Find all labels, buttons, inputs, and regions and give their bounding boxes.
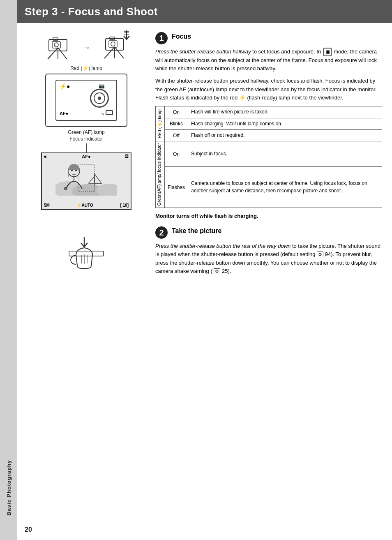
monitor-memory-icon: 🖫: [125, 154, 129, 159]
lens-inner-ring: [94, 92, 105, 104]
camera-on-tripod-icon: [42, 35, 74, 60]
monitor-megapixel: 5M: [44, 203, 50, 208]
svg-marker-23: [88, 176, 95, 183]
arrow-right-icon: →: [82, 42, 91, 53]
flash-symbol-label: ⚡: [83, 65, 89, 71]
red-lamp-label: Red (⚡) lamp: [25, 65, 148, 71]
svg-point-12: [111, 42, 115, 46]
table-row: Blinks Flash charging. Wait until lamp c…: [156, 118, 382, 129]
status-on-cell: On: [165, 106, 188, 118]
focus-indicator-label: Focus indicator: [25, 136, 148, 142]
desc-off-text: Flash off or not required.: [191, 132, 245, 138]
green-desc-flashes-text: Camera unable to focus on subject at cen…: [191, 180, 367, 193]
camera-mode-icon: ▣: [323, 48, 332, 56]
green-status-on-cell: On: [165, 141, 188, 167]
svg-marker-22: [95, 174, 101, 183]
table-row: Flashes Camera unable to focus on subjec…: [156, 167, 382, 208]
step1-number: 1: [155, 32, 168, 44]
green-status-on-label: On: [173, 151, 180, 157]
step2-italic: Press the shutter-release button the res…: [155, 243, 291, 249]
page-header: Step 3 - Focus and Shoot: [17, 0, 392, 23]
desc-on-text: Flash will fire when picture is taken.: [191, 109, 269, 115]
camera-shoot-diagram: [98, 35, 131, 60]
step1-paragraph2: With the shutter-release button pressed …: [155, 77, 382, 102]
green-status-flashes-label: Flashes: [168, 185, 185, 190]
page-number: 20: [25, 526, 32, 533]
status-blinks-label: Blinks: [170, 121, 183, 127]
status-off-cell: Off: [165, 130, 188, 141]
desc-on-cell: Flash will fire when picture is taken.: [188, 106, 382, 118]
desc-blinks-cell: Flash charging. Wait until lamp comes on…: [188, 118, 382, 129]
green-desc-flashes-cell: Camera unable to focus on subject at cen…: [188, 167, 382, 208]
main-content: →: [17, 23, 392, 540]
svg-point-20: [97, 184, 117, 196]
viewfinder-diagram: [106, 110, 113, 115]
step2-title: Take the picture: [172, 226, 222, 235]
svg-point-5: [54, 43, 58, 47]
lens-diagram: [90, 89, 109, 108]
left-column: →: [25, 31, 152, 532]
right-column: 1 Focus Press the shutter-release button…: [152, 31, 382, 532]
flash-status-table: Red (⚡) lamp On Flash will fire when pic…: [155, 106, 382, 208]
monitor-top-bar: ■ AF● 🖫: [42, 153, 131, 159]
step2-header: 2 Take the picture: [155, 226, 382, 239]
green-desc-on-cell: Subject in focus.: [188, 141, 382, 167]
focus-indicator-line: [25, 143, 148, 152]
desc-blinks-text: Flash charging. Wait until lamp comes on…: [191, 121, 282, 127]
indicator-line: [86, 143, 87, 152]
step2-num2: 25).: [222, 268, 231, 274]
step1-text1: to set focus and exposure. In: [252, 48, 323, 55]
shutter-button-indicator: ↘: [101, 111, 104, 116]
red-lamp-rotated-text: Red (⚡) lamp: [157, 109, 162, 138]
svg-point-27: [75, 170, 77, 171]
table-row: Green(AF)lamp/ focus indicator On Subjec…: [156, 141, 382, 167]
monitor-frame-count: [ 10]: [120, 203, 129, 208]
status-blinks-cell: Blinks: [165, 118, 188, 129]
sidebar-label: Basic Photography: [6, 460, 12, 515]
green-lamp-header-cell: Green(AF)lamp/ focus indicator: [156, 141, 165, 208]
desc-off-cell: Flash off or not required.: [188, 130, 382, 141]
step1-title: Focus: [172, 31, 191, 40]
step2-number: 2: [155, 226, 168, 239]
green-desc-on-text: Subject in focus.: [191, 151, 227, 157]
lens-dot: [98, 97, 101, 100]
camera-front-diagram: ⚡● AF● 📷 ↘: [45, 74, 127, 127]
top-diagram: →: [25, 35, 148, 60]
step2-paragraph: Press the shutter-release button the res…: [155, 242, 382, 275]
monitor-bottom-bar: 5M ⚡AUTO [ 10]: [42, 202, 131, 208]
step1-header: 1 Focus: [155, 31, 382, 44]
monitor-mode-icon: ■: [44, 154, 46, 159]
monitor-flash-mode: ⚡AUTO: [77, 203, 93, 208]
step2-illustration: [25, 235, 148, 272]
camera-mini-icon: 📷: [99, 83, 105, 89]
down-arrow-icon: [122, 30, 131, 42]
af-indicator-label: AF●: [60, 111, 68, 116]
page-title: Step 3 - Focus and Shoot: [25, 5, 158, 18]
svg-line-9: [115, 47, 124, 58]
finger-press-icon: [62, 235, 111, 272]
monitor-scene-svg: [55, 161, 117, 196]
flash-icon-p2: ⚡: [239, 94, 246, 102]
settings-icon-1: ⚙: [317, 252, 323, 257]
svg-point-26: [71, 170, 73, 171]
green-status-flashes-cell: Flashes: [165, 167, 188, 208]
table-row: Off Flash off or not required.: [156, 130, 382, 141]
step1-italic1: Press the shutter-release button halfway: [155, 48, 251, 55]
red-lamp-header-cell: Red (⚡) lamp: [156, 106, 165, 141]
monitor-display: ■ AF● 🖫: [41, 152, 131, 210]
green-lamp-label: Green (AF) lamp: [25, 129, 148, 135]
settings-icon-2: ⚙: [214, 268, 220, 274]
monitor-af-indicator: AF●: [82, 154, 90, 159]
table-row: Red (⚡) lamp On Flash will fire when pic…: [156, 106, 382, 118]
flash-indicator-icon: ⚡●: [60, 83, 70, 90]
flash-note: Monitor turns off while flash is chargin…: [155, 213, 382, 219]
step1-paragraph1: Press the shutter-release button halfway…: [155, 48, 382, 73]
step1-p2-text2: (flash-ready) lamp next to the viewfinde…: [247, 95, 343, 101]
status-on-label: On: [173, 109, 180, 115]
green-lamp-rotated-text: Green(AF)lamp/ focus indicator: [157, 143, 161, 206]
svg-line-2: [58, 48, 67, 59]
monitor-scene: [42, 159, 131, 196]
status-off-label: Off: [173, 133, 180, 138]
sidebar: Basic Photography: [0, 0, 17, 540]
camera-front-inner: ⚡● AF● 📷 ↘: [55, 80, 117, 121]
